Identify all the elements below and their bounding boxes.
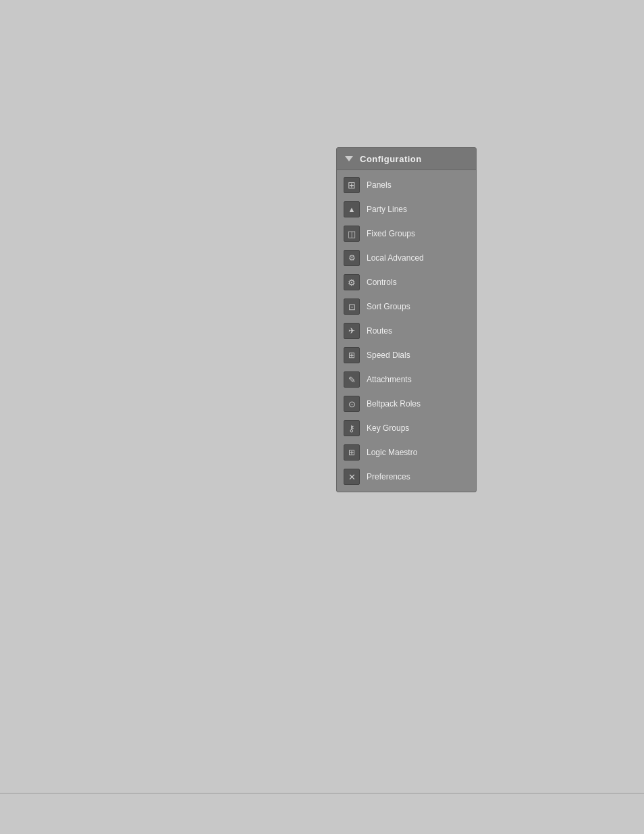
controls-label: Controls — [367, 278, 397, 287]
configuration-panel: Configuration Panels Party Lines Fixed G — [336, 147, 477, 492]
bottom-divider — [0, 793, 644, 793]
attachments-label: Attachments — [367, 375, 412, 384]
party-lines-label: Party Lines — [367, 205, 407, 214]
diamond-icon — [344, 153, 354, 164]
beltpack-roles-icon — [344, 396, 360, 412]
sidebar-item-speed-dials[interactable]: Speed Dials — [337, 343, 476, 367]
panels-label: Panels — [367, 180, 392, 190]
attachments-icon — [344, 371, 360, 388]
sidebar-item-panels[interactable]: Panels — [337, 173, 476, 197]
sidebar-item-preferences[interactable]: Preferences — [337, 465, 476, 489]
logic-maestro-label: Logic Maestro — [367, 448, 417, 457]
sidebar-item-sort-groups[interactable]: Sort Groups — [337, 294, 476, 319]
key-groups-icon — [344, 420, 360, 436]
speed-dials-icon — [344, 347, 360, 363]
config-items-list: Panels Party Lines Fixed Groups Local Ad… — [337, 170, 476, 492]
sort-groups-icon — [344, 298, 360, 315]
sidebar-item-attachments[interactable]: Attachments — [337, 367, 476, 392]
sidebar-item-routes[interactable]: Routes — [337, 319, 476, 343]
local-advanced-label: Local Advanced — [367, 253, 424, 263]
beltpack-roles-label: Beltpack Roles — [367, 399, 421, 409]
sidebar-item-controls[interactable]: Controls — [337, 270, 476, 294]
sidebar-item-party-lines[interactable]: Party Lines — [337, 197, 476, 221]
sort-groups-label: Sort Groups — [367, 302, 410, 311]
sidebar-item-key-groups[interactable]: Key Groups — [337, 416, 476, 440]
panels-icon — [344, 177, 360, 193]
page-background: Configuration Panels Party Lines Fixed G — [0, 0, 644, 834]
sidebar-item-fixed-groups[interactable]: Fixed Groups — [337, 221, 476, 246]
fixed-groups-icon — [344, 226, 360, 242]
logic-maestro-icon — [344, 444, 360, 461]
local-advanced-icon — [344, 250, 360, 266]
preferences-label: Preferences — [367, 472, 410, 481]
routes-icon — [344, 323, 360, 339]
speed-dials-label: Speed Dials — [367, 350, 410, 360]
controls-icon — [344, 274, 360, 290]
sidebar-item-beltpack-roles[interactable]: Beltpack Roles — [337, 392, 476, 416]
key-groups-label: Key Groups — [367, 423, 409, 433]
party-lines-icon — [344, 201, 360, 217]
preferences-icon — [344, 469, 360, 485]
sidebar-item-logic-maestro[interactable]: Logic Maestro — [337, 440, 476, 465]
config-header: Configuration — [337, 148, 476, 170]
fixed-groups-label: Fixed Groups — [367, 229, 415, 238]
routes-label: Routes — [367, 326, 392, 336]
sidebar-item-local-advanced[interactable]: Local Advanced — [337, 246, 476, 270]
config-title: Configuration — [360, 154, 422, 164]
